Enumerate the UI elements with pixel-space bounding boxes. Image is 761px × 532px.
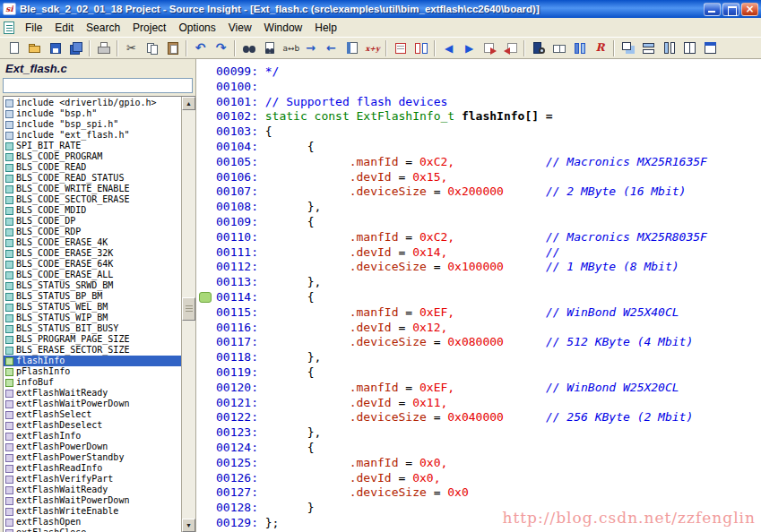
code-line[interactable]: 00127: .deviceSize = 0x0 bbox=[196, 485, 761, 501]
search-backward-button[interactable] bbox=[321, 39, 342, 58]
symbol-item[interactable]: BLS_CODE_PROGRAM bbox=[4, 151, 181, 162]
symbol-item[interactable]: BLS_CODE_DP bbox=[4, 216, 181, 227]
symbol-item[interactable]: extFlashPowerDown bbox=[4, 442, 181, 452]
code-line[interactable]: 00101: // Supported flash devices bbox=[196, 95, 761, 110]
symbol-item[interactable]: extFlashClose bbox=[4, 528, 181, 532]
menu-view[interactable]: View bbox=[222, 20, 258, 36]
code-line[interactable]: 00121: .devId = 0x11, bbox=[196, 396, 761, 411]
symbol-item[interactable]: extFlashPowerStandby bbox=[4, 452, 181, 463]
symbol-item[interactable]: BLS_CODE_READ bbox=[4, 162, 181, 173]
browse-files-button[interactable] bbox=[549, 39, 569, 58]
code-line[interactable]: 00118: }, bbox=[196, 350, 761, 365]
code-line[interactable]: 00114: { bbox=[196, 290, 761, 305]
code-line[interactable]: 00107: .deviceSize = 0x200000 // 2 MByte… bbox=[196, 184, 761, 200]
restore-button[interactable] bbox=[722, 3, 739, 16]
code-line[interactable]: 00111: .devId = 0x14, // bbox=[196, 245, 761, 261]
symbol-item[interactable]: extFlashWaitReady bbox=[4, 485, 181, 495]
keyword-list-button[interactable] bbox=[342, 39, 362, 58]
symbol-item[interactable]: BLS_CODE_ERASE_64K bbox=[4, 259, 181, 270]
symbol-item[interactable]: BLS_STATUS_BP_BM bbox=[4, 291, 181, 302]
code-line[interactable]: 00116: .devId = 0x12, bbox=[196, 321, 761, 336]
window-split-button[interactable] bbox=[679, 39, 700, 58]
code-line[interactable]: 00103: { bbox=[196, 124, 761, 140]
paste-button[interactable] bbox=[162, 39, 183, 58]
code-area[interactable]: 00099: */00100: 00101: // Supported flas… bbox=[196, 59, 761, 532]
close-button[interactable] bbox=[741, 3, 758, 16]
symbol-item[interactable]: BLS_CODE_WRITE_ENABLE bbox=[4, 184, 181, 194]
symbol-filter-input[interactable] bbox=[4, 79, 192, 92]
relation-window-button[interactable] bbox=[590, 39, 610, 58]
save-file-button[interactable] bbox=[45, 39, 65, 58]
window-cascade-button[interactable] bbox=[618, 39, 638, 58]
symbol-item[interactable]: extFlashOpen bbox=[4, 517, 181, 528]
symbol-item[interactable]: extFlashVerifyPart bbox=[4, 474, 181, 485]
symbol-item[interactable]: extFlashWaitReady bbox=[4, 388, 181, 399]
replace-button[interactable] bbox=[280, 39, 300, 58]
symbol-item[interactable]: include "bsp.h" bbox=[4, 108, 181, 119]
code-line[interactable]: 00110: .manfId = 0xC2, // Macronics MX25… bbox=[196, 230, 761, 245]
window-tile-vertical-button[interactable] bbox=[659, 39, 679, 58]
symbol-item[interactable]: BLS_CODE_READ_STATUS bbox=[4, 173, 181, 184]
symbol-item[interactable]: extFlashInfo bbox=[4, 431, 181, 442]
scroll-up-icon[interactable]: ▲ bbox=[182, 97, 195, 110]
print-file-button[interactable] bbox=[93, 39, 114, 58]
go-back-button[interactable] bbox=[438, 39, 459, 58]
scroll-down-icon[interactable]: ▼ bbox=[182, 519, 195, 532]
menu-help[interactable]: Help bbox=[308, 20, 343, 36]
code-line[interactable]: 00102: static const ExtFlashInfo_t flash… bbox=[196, 109, 761, 124]
code-line[interactable]: 00126: .devId = 0x0, bbox=[196, 471, 761, 486]
find-in-files-button[interactable] bbox=[259, 39, 280, 58]
symbol-item[interactable]: extFlashSelect bbox=[4, 409, 181, 420]
code-line[interactable]: 00120: .manfId = 0xEF, // WinBond W25X20… bbox=[196, 381, 761, 396]
code-line[interactable]: 00124: { bbox=[196, 441, 761, 456]
code-line[interactable]: 00109: { bbox=[196, 215, 761, 230]
go-forward-button[interactable] bbox=[459, 39, 480, 58]
symbol-item[interactable]: BLS_CODE_ERASE_32K bbox=[4, 248, 181, 259]
code-line[interactable]: 00122: .deviceSize = 0x040000 // 256 KBy… bbox=[196, 410, 761, 425]
calc-expression-button[interactable] bbox=[362, 39, 383, 58]
symbol-item[interactable]: SPI_BIT_RATE bbox=[4, 141, 181, 151]
symbol-item[interactable]: flashInfo bbox=[4, 356, 181, 366]
draft-view-button[interactable] bbox=[390, 39, 411, 58]
find-button[interactable] bbox=[238, 39, 259, 58]
undo-button[interactable] bbox=[190, 39, 211, 58]
redo-button[interactable] bbox=[211, 39, 231, 58]
symbol-item[interactable]: BLS_PROGRAM_PAGE_SIZE bbox=[4, 334, 181, 345]
code-line[interactable]: 00123: }, bbox=[196, 425, 761, 441]
goto-definition-button[interactable] bbox=[480, 39, 500, 58]
symbol-item[interactable]: BLS_STATUS_WEL_BM bbox=[4, 302, 181, 313]
menu-options[interactable]: Options bbox=[172, 20, 221, 36]
code-line[interactable]: 00117: .deviceSize = 0x080000 // 512 KBy… bbox=[196, 335, 761, 350]
minimize-button[interactable] bbox=[704, 3, 721, 16]
code-line[interactable]: 00105: .manfId = 0xC2, // Macronics MX25… bbox=[196, 155, 761, 170]
symbol-item[interactable]: infoBuf bbox=[4, 377, 181, 388]
symbol-item[interactable]: extFlashWaitPowerDown bbox=[4, 495, 181, 506]
copy-button[interactable] bbox=[142, 39, 162, 58]
menu-search[interactable]: Search bbox=[80, 20, 126, 36]
symbol-item[interactable]: BLS_STATUS_WIP_BM bbox=[4, 313, 181, 323]
symbol-item[interactable]: BLS_CODE_MDID bbox=[4, 205, 181, 216]
browse-project-symbols-button[interactable] bbox=[528, 39, 549, 58]
symbol-item[interactable]: include <driverlib/gpio.h> bbox=[4, 98, 181, 108]
symbol-item[interactable]: pFlashInfo bbox=[4, 366, 181, 377]
code-line[interactable]: 00125: .manfId = 0x0, bbox=[196, 456, 761, 471]
symbol-item[interactable]: BLS_STATUS_BIT_BUSY bbox=[4, 323, 181, 334]
window-activate-button[interactable] bbox=[700, 39, 721, 58]
menu-file[interactable]: File bbox=[19, 20, 48, 36]
code-line[interactable]: 00106: .devId = 0x15, bbox=[196, 170, 761, 185]
symbol-item[interactable]: include "bsp_spi.h" bbox=[4, 119, 181, 130]
window-tile-horizontal-button[interactable] bbox=[638, 39, 659, 58]
symbol-item[interactable]: extFlashDeselect bbox=[4, 420, 181, 431]
symbol-item[interactable]: BLS_CODE_ERASE_ALL bbox=[4, 270, 181, 280]
code-line[interactable]: 00129: }; bbox=[196, 516, 761, 531]
symbol-item[interactable]: BLS_CODE_RDP bbox=[4, 227, 181, 237]
symbol-window-button[interactable] bbox=[569, 39, 590, 58]
save-all-button[interactable] bbox=[65, 39, 86, 58]
code-line[interactable]: 00113: }, bbox=[196, 275, 761, 290]
new-file-button[interactable] bbox=[4, 39, 24, 58]
code-line[interactable]: 00100: bbox=[196, 80, 761, 95]
symbol-item[interactable]: BLS_CODE_ERASE_4K bbox=[4, 237, 181, 248]
symbol-item[interactable]: BLS_ERASE_SECTOR_SIZE bbox=[4, 345, 181, 356]
code-line[interactable]: 00128: } bbox=[196, 501, 761, 516]
symbol-item[interactable]: BLS_CODE_SECTOR_ERASE bbox=[4, 194, 181, 205]
